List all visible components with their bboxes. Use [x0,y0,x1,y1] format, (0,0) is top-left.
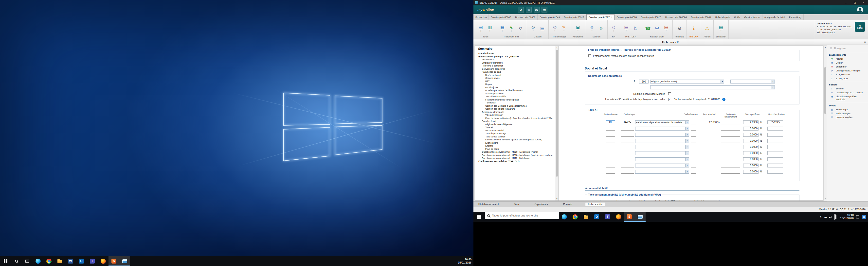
messages-icon[interactable]: ✉ [526,7,532,13]
sommaire-item[interactable]: Repos [475,83,555,86]
action-item[interactable]: ⧉ Copier [827,61,868,65]
sommaire-item[interactable]: Versement Mobilité [475,129,555,132]
sommaire-scrollbar[interactable]: ▲ ▼ [555,46,559,200]
dossier-tab[interactable]: Dossier paie 00004 [689,14,713,20]
dossier-tab[interactable]: Dossier paie 60620 [639,14,663,20]
teams-taskbar-button[interactable]: T [87,256,98,266]
parametrage-edition-button[interactable]: ✎ ▾ [560,23,568,34]
dossier-tab[interactable]: Dossier paie 80919 [562,14,586,20]
section-rattachement-input[interactable] [721,151,740,155]
mois-application-input[interactable] [767,133,783,137]
sommaire-item[interactable]: RTT [475,80,555,83]
fiches-salarie-button[interactable]: ▥ ▾ [486,23,494,34]
regime-code-input[interactable]: 200 [639,79,649,84]
start-button[interactable] [473,212,484,222]
dropdown-icon[interactable]: ▾ [720,80,724,83]
volume-icon[interactable] [834,215,838,219]
window-titlebar[interactable]: SILAE CLIENT - Darko CETOJEVIC sur EXPER… [473,0,868,5]
file-explorer-button[interactable] [581,212,591,222]
taskbar-clock[interactable]: 16:40 15/01/2026 [840,213,854,220]
content-scrollbar[interactable]: ▲ ▼ [824,45,827,201]
save-button[interactable]: ▥ Enregistrer [827,46,849,51]
sommaire-item[interactable]: Gestion des tickets restaurant [475,107,555,110]
silae-taskbar-button[interactable]: S [624,212,635,222]
dropdown-icon[interactable]: ▾ [685,152,689,155]
section-interne-input[interactable] [606,170,615,174]
relation-client-telephone-button[interactable]: ☎ [644,23,652,34]
scroll-down-icon[interactable]: ▼ [555,197,559,200]
edge-taskbar-button[interactable] [33,256,43,266]
regime-combo-row2[interactable]: ▾ [650,86,775,90]
mois-application-input[interactable] [767,151,783,155]
info-icon[interactable]: i [722,98,725,101]
code-risque-input[interactable] [621,151,634,155]
section-rattachement-input[interactable] [721,133,740,137]
section-rattachement-input[interactable] [721,164,740,167]
sommaire-item[interactable]: Effectifs [475,144,555,147]
taux-specifique-input[interactable]: 0.0000 [743,145,758,149]
dropdown-icon[interactable]: ▾ [771,80,775,83]
code-risque-combo[interactable]: ▾ [635,164,689,167]
taskbar-clock[interactable]: 16:40 15/01/2026 [458,258,471,264]
mois-application-input[interactable]: 05/2025 [767,121,783,124]
maximize-button[interactable]: ☐ [850,0,859,5]
chrome-taskbar-button[interactable] [43,256,54,266]
sommaire-item[interactable]: Etat du dossier [475,52,555,55]
action-item[interactable]: ✚ Ajouter [827,57,868,61]
dossier-tab[interactable]: Dossier paie 61549 [537,14,562,20]
sommaire-item[interactable]: Personne à contacter [475,64,555,67]
code-risque-combo[interactable]: ▾ [635,157,689,161]
outlook-taskbar-button[interactable]: O [76,256,87,266]
dropdown-icon[interactable]: ▾ [685,139,689,143]
info-ccn-button[interactable]: ℹ [690,23,698,34]
code-risque-combo[interactable]: ▾ [635,151,689,155]
sommaire-item[interactable]: Questionnaire conventionnel - M110 - Mét… [475,157,555,160]
code-risque-combo[interactable]: ▾ [635,133,689,137]
action-center-icon[interactable] [856,215,859,219]
tab-close-icon[interactable]: ✕ [611,14,612,20]
mois-application-input[interactable] [767,170,783,174]
sommaire-item[interactable]: Questionnaire conventionnel - M020 - Mét… [475,151,555,154]
section-rattachement-input[interactable] [721,127,740,131]
scrollbar-thumb[interactable] [824,67,826,114]
search-button[interactable] [11,256,22,266]
action-item[interactable]: Divers [827,103,868,108]
taux-specifique-input[interactable]: 0.0000 [743,127,758,131]
taux-specifique-input[interactable]: 0.0000 [743,151,758,155]
referentiel-button[interactable]: ▣ ▾ [574,23,582,34]
taux-specifique-input[interactable]: 2.0900 [743,121,758,124]
code-risque-input[interactable] [621,139,634,143]
sommaire-item[interactable]: Exonérations [475,141,555,144]
dossier-tab[interactable]: Paramétrag [787,14,804,20]
dropdown-icon[interactable]: ▾ [685,121,689,124]
gestion-documents-button[interactable]: ▤ [538,23,546,34]
remote-desktop-taskbar-button[interactable] [119,256,130,266]
dossier-tab[interactable]: Gestion interne [742,14,762,20]
action-item[interactable]: ▤ Bureautique [827,108,868,111]
rh-button[interactable]: ☺ ▾ [610,23,618,34]
dossier-tab[interactable]: Dossier paie 82038 [513,14,537,20]
code-bureau-input[interactable] [691,157,696,161]
dossier-tab[interactable]: Dossier paie 82087 ✕ [586,14,615,20]
sommaire-item[interactable]: Titres de transport [475,113,555,117]
bottom-tab[interactable]: Organismes [532,202,550,206]
sommaire-item[interactable]: Etablissement secondaire - ETAP_OLD [475,160,555,163]
dropdown-icon[interactable]: ▾ [685,170,689,173]
dossier-tab[interactable]: Dossier paie 60628 [615,14,639,20]
section-interne-input[interactable] [606,164,615,167]
mois-application-input[interactable] [767,157,783,161]
dropdown-icon[interactable]: ▾ [685,145,689,149]
mois-application-input[interactable] [767,164,783,167]
code-risque-input[interactable] [621,164,634,167]
sommaire-item[interactable]: Conventions collectives [475,67,555,71]
dossier-tab[interactable]: Dossier paie 980086 [663,14,689,20]
sommaire-item[interactable]: La cotisation sur la valeur ajoutée des … [475,138,555,141]
firefox-taskbar-button[interactable] [613,212,624,222]
sommaire-item[interactable]: Congés payés [475,76,555,80]
pas-dsn-echanges-button[interactable]: ⇅ [631,23,640,34]
scroll-up-icon[interactable]: ▲ [555,46,559,49]
sommaire-item[interactable]: Forfaits jours [475,86,555,89]
dropdown-icon[interactable]: ▾ [685,133,689,136]
code-risque-combo[interactable]: ▾ [635,145,689,149]
dropdown-icon[interactable]: ▾ [685,127,689,130]
